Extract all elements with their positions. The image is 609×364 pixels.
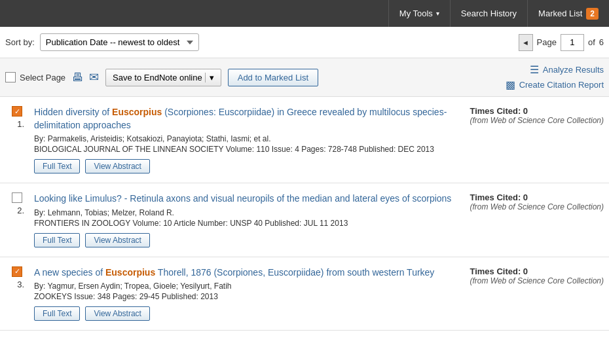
view-abstract-button[interactable]: View Abstract [85,159,149,173]
result-buttons: Full TextView Abstract [34,233,464,247]
previous-page-button[interactable]: ◄ [519,34,533,51]
times-cited-source: (from Web of Science Core Collection) [470,276,604,285]
full-text-button[interactable]: Full Text [34,159,80,173]
page-input[interactable] [561,34,584,51]
result-authors: By: Yagmur, Ersen Aydin; Tropea, Gioele;… [34,282,464,291]
result-citation-meta: Times Cited: 0(from Web of Science Core … [470,106,604,125]
create-citation-report-label: Create Citation Report [519,80,604,90]
result-title[interactable]: Hidden diversity of Euscorpius (Scorpion… [34,106,464,132]
times-cited-source: (from Web of Science Core Collection) [470,202,604,211]
analyze-results-label: Analyze Results [543,65,604,75]
times-cited-label: Times Cited: 0 [470,266,604,276]
marked-list-label: Marked List [538,9,582,18]
result-content: A new species of Euscorpius Thorell, 187… [34,266,464,321]
table-row: 1.Hidden diversity of Euscorpius (Scorpi… [0,97,609,183]
highlighted-term: Euscorpius [112,107,162,117]
result-buttons: Full TextView Abstract [34,306,464,321]
result-content: Hidden diversity of Euscorpius (Scorpion… [34,106,464,173]
marked-list-badge: 2 [586,8,599,20]
results-toolbar: Select Page 🖶 ✉ Save to EndNote online ▾… [0,58,609,97]
result-journal: BIOLOGICAL JOURNAL OF THE LINNEAN SOCIET… [34,145,464,154]
marked-list-link[interactable]: Marked List 2 [527,0,609,27]
sort-by-label: Sort by: [5,37,35,47]
select-page-area: Select Page [5,72,65,82]
result-title[interactable]: Looking like Limulus? - Retinula axons a… [34,192,464,206]
select-page-label: Select Page [20,73,65,82]
view-abstract-button[interactable]: View Abstract [85,306,149,321]
sort-bar: Sort by: Publication Date -- newest to o… [0,27,609,58]
times-cited-label: Times Cited: 0 [470,192,604,202]
page-total: 6 [599,37,604,47]
times-cited-source: (from Web of Science Core Collection) [470,116,604,125]
result-buttons: Full TextView Abstract [34,159,464,173]
full-text-button[interactable]: Full Text [34,306,80,321]
top-navigation-bar: My Tools ▾ Search History Marked List 2 [0,0,609,27]
email-icon[interactable]: ✉ [89,70,99,84]
result-citation-meta: Times Cited: 0(from Web of Science Core … [470,266,604,285]
result-journal: FRONTIERS IN ZOOLOGY Volume: 10 Article … [34,219,464,228]
right-actions-panel: ☰ Analyze Results ▩ Create Citation Repo… [506,64,604,91]
result-title[interactable]: A new species of Euscorpius Thorell, 187… [34,266,464,280]
result-authors: By: Lehmann, Tobias; Melzer, Roland R. [34,208,464,217]
result-citation-meta: Times Cited: 0(from Web of Science Core … [470,192,604,211]
print-icon[interactable]: 🖶 [72,71,84,84]
page-of-label: of [588,37,595,47]
sort-select[interactable]: Publication Date -- newest to oldestPubl… [40,33,199,51]
add-to-marked-list-button[interactable]: Add to Marked List [228,69,318,86]
save-to-endnote-button[interactable]: Save to EndNote online ▾ [105,69,221,86]
my-tools-arrow-icon: ▾ [436,10,439,17]
page-label: Page [537,37,557,47]
my-tools-menu[interactable]: My Tools ▾ [388,0,450,27]
result-number: 3. [10,280,24,289]
analyze-results-icon: ☰ [530,64,539,76]
table-row: 3.A new species of Euscorpius Thorell, 1… [0,257,609,331]
search-history-link[interactable]: Search History [450,0,527,27]
result-checkbox-area: 2. [5,192,29,215]
select-page-checkbox[interactable] [5,72,16,82]
result-checkbox[interactable] [12,106,22,117]
toolbar-icons: 🖶 ✉ [72,70,99,84]
highlighted-term: Euscorpius [105,267,155,278]
search-history-label: Search History [461,9,517,18]
result-journal: ZOOKEYS Issue: 348 Pages: 29-45 Publishe… [34,292,464,301]
result-number: 2. [10,206,24,215]
save-dropdown-arrow-icon[interactable]: ▾ [205,73,214,82]
full-text-button[interactable]: Full Text [34,233,80,247]
result-checkbox-area: 1. [5,106,29,129]
page-navigation: ◄ Page of 6 [519,34,604,51]
citation-report-icon: ▩ [506,79,515,91]
analyze-results-link[interactable]: ☰ Analyze Results [530,64,604,76]
my-tools-label: My Tools [399,9,433,18]
result-checkbox[interactable] [12,192,22,203]
result-checkbox[interactable] [12,266,22,277]
result-content: Looking like Limulus? - Retinula axons a… [34,192,464,247]
result-number: 1. [10,119,24,129]
save-to-endnote-label: Save to EndNote online [113,73,202,82]
table-row: 2.Looking like Limulus? - Retinula axons… [0,183,609,257]
result-checkbox-area: 3. [5,266,29,289]
results-list: 1.Hidden diversity of Euscorpius (Scorpi… [0,97,609,331]
create-citation-report-link[interactable]: ▩ Create Citation Report [506,79,604,91]
view-abstract-button[interactable]: View Abstract [85,233,149,247]
add-to-marked-list-label: Add to Marked List [238,73,308,82]
result-authors: By: Parmakelis, Aristeidis; Kotsakiozi, … [34,134,464,143]
times-cited-label: Times Cited: 0 [470,106,604,116]
